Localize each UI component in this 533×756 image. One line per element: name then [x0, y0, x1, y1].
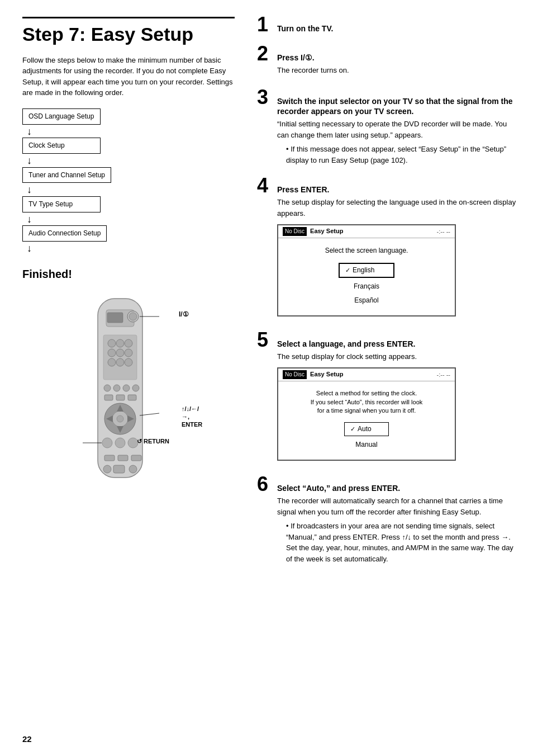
lang-option-francais: Français [339, 281, 394, 292]
left-column: Step 7: Easy Setup Follow the steps belo… [0, 17, 246, 745]
svg-point-16 [113, 385, 120, 391]
flow-box-tuner: Tuner and Channel Setup [22, 167, 111, 183]
svg-point-7 [116, 339, 124, 347]
lang-option-english: ✓ English [339, 263, 394, 278]
step-2-heading: Press I/①. [277, 53, 349, 63]
flow-arrow-4: ↓ [27, 214, 235, 226]
return-label: ↺ RETURN [137, 437, 169, 446]
remote-svg [67, 293, 173, 494]
svg-point-3 [129, 313, 137, 320]
page-number: 22 [22, 733, 32, 745]
step-1-number: 1 [257, 15, 268, 35]
step-6-bullet-1: If broadcasters in your area are not sen… [286, 521, 516, 564]
step-5-heading: Select a language, and press ENTER. [277, 339, 456, 349]
svg-point-30 [115, 438, 125, 448]
step-4-number: 4 [257, 176, 268, 196]
remote-illustration: I/① ↑/↓/←/→,ENTER ↺ RETURN [22, 293, 235, 494]
flow-arrow-3: ↓ [27, 184, 235, 196]
flow-arrow-2: ↓ [27, 155, 235, 167]
clock-options: ✓ Auto Manual [287, 420, 446, 452]
step-6-body: The recorder will automatically search f… [277, 495, 516, 517]
lang-options: ✓ English Français Español [287, 261, 446, 307]
nav-enter-label: ↑/↓/←/→,ENTER [182, 405, 202, 429]
svg-point-18 [132, 385, 139, 391]
svg-point-10 [116, 349, 124, 357]
svg-point-37 [129, 465, 137, 473]
right-column: 1 Turn on the TV. 2 Press I/①. The recor… [246, 17, 533, 745]
step-4: 4 Press ENTER. The setup display for sel… [257, 178, 516, 322]
no-disc-label-step4: No Disc [283, 227, 307, 236]
flow-item-2: Clock Setup [22, 138, 235, 154]
display-prompt-step4: Select the screen language. [287, 246, 446, 256]
step-1-heading: Turn on the TV. [277, 23, 333, 34]
flow-arrow-1: ↓ [27, 126, 235, 138]
display-header-left-step5: No Disc Easy Setup [283, 370, 343, 379]
no-disc-label-step5: No Disc [283, 370, 307, 379]
clock-auto-label: Auto [358, 424, 372, 434]
page-title: Step 7: Easy Setup [22, 17, 235, 46]
svg-point-9 [108, 349, 116, 357]
step-6: 6 Select “Auto,” and press ENTER. The re… [257, 476, 516, 566]
display-time-step5: -:-- -- [437, 371, 450, 379]
svg-point-17 [123, 385, 130, 391]
lang-option-espanol: Español [339, 295, 394, 306]
display-box-step5: No Disc Easy Setup -:-- -- Select a meth… [277, 367, 456, 461]
svg-rect-32 [104, 455, 115, 461]
step-3: 3 Switch the input selector on your TV s… [257, 89, 516, 168]
svg-point-12 [108, 358, 116, 366]
svg-point-6 [108, 339, 116, 347]
svg-rect-34 [131, 455, 141, 461]
step-5-number: 5 [257, 330, 268, 350]
step-3-heading: Switch the input selector on your TV so … [277, 96, 516, 116]
step-2: 2 Press I/①. The recorder turns on. [257, 46, 516, 79]
svg-rect-21 [128, 395, 136, 400]
step-5: 5 Select a language, and press ENTER. Th… [257, 332, 516, 466]
display-body-step4: Select the screen language. ✓ English Fr… [278, 238, 455, 315]
easy-setup-title-step4: Easy Setup [310, 227, 343, 236]
svg-point-15 [104, 385, 111, 391]
svg-point-14 [125, 358, 132, 366]
clock-option-auto: ✓ Auto [344, 422, 389, 436]
svg-point-35 [103, 465, 111, 473]
flow-box-clock: Clock Setup [22, 138, 101, 154]
checkmark-auto: ✓ [350, 425, 355, 433]
checkmark-english: ✓ [345, 266, 350, 275]
display-header-step4: No Disc Easy Setup -:-- -- [278, 225, 455, 238]
step-3-number: 3 [257, 87, 268, 107]
clock-manual-label: Manual [355, 441, 377, 448]
display-body-step5: Select a method for setting the clock. I… [278, 381, 455, 460]
step-1: 1 Turn on the TV. [257, 17, 516, 36]
step-6-heading: Select “Auto,” and press ENTER. [277, 483, 516, 493]
svg-point-11 [125, 349, 132, 357]
step-6-number: 6 [257, 474, 268, 494]
step-4-heading: Press ENTER. [277, 185, 516, 195]
lang-english-label: English [353, 266, 374, 275]
step-4-body: The setup display for selecting the lang… [277, 197, 516, 219]
display-time-step4: -:-- -- [437, 228, 450, 236]
flow-box-osd: OSD Language Setup [22, 108, 101, 125]
step-2-number: 2 [257, 44, 268, 64]
lang-espanol-label: Español [354, 296, 378, 304]
svg-rect-4 [107, 313, 123, 323]
display-header-step5: No Disc Easy Setup -:-- -- [278, 368, 455, 381]
flow-box-tv: TV Type Setup [22, 196, 101, 212]
intro-text: Follow the steps below to make the minim… [22, 55, 235, 98]
power-label: I/① [179, 310, 189, 319]
clock-option-manual: Manual [344, 439, 389, 451]
display-header-left-step4: No Disc Easy Setup [283, 227, 343, 236]
display-clock-prompt: Select a method for setting the clock. I… [287, 389, 446, 415]
svg-point-29 [102, 438, 112, 448]
finished-label: Finished! [22, 266, 235, 282]
svg-point-24 [117, 415, 123, 422]
step-2-body: The recorder turns on. [277, 65, 349, 76]
svg-rect-36 [113, 465, 125, 473]
svg-rect-19 [104, 395, 113, 400]
svg-rect-33 [118, 455, 128, 461]
svg-point-8 [125, 339, 132, 347]
display-box-step4: No Disc Easy Setup -:-- -- Select the sc… [277, 224, 456, 316]
flow-item-1: OSD Language Setup [22, 108, 235, 125]
step-5-body: The setup display for clock setting appe… [277, 351, 456, 362]
flow-box-audio: Audio Connection Setup [22, 225, 107, 242]
flow-item-3: Tuner and Channel Setup [22, 167, 235, 183]
step-3-body: “Initial setting necessary to operate th… [277, 119, 516, 140]
